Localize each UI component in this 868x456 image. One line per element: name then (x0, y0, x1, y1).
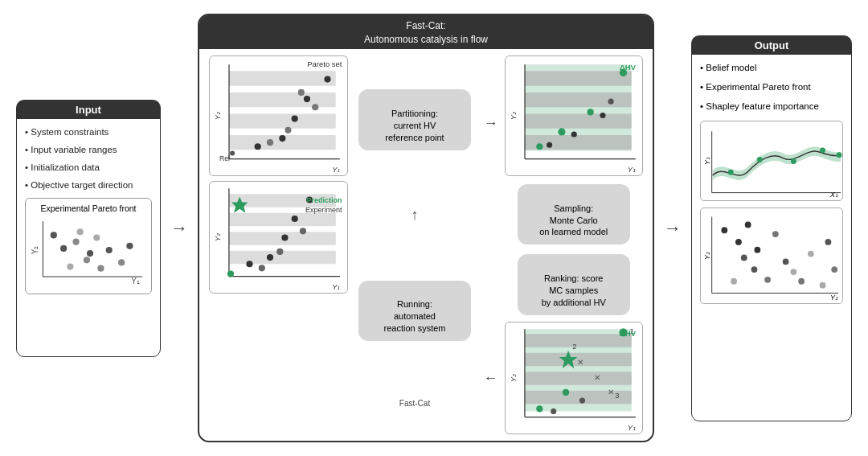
svg-point-29 (298, 89, 305, 96)
svg-text:✕: ✕ (577, 358, 583, 367)
svg-point-103 (745, 221, 751, 228)
svg-text:3: 3 (615, 392, 619, 400)
chart-tr-x: Y₁ (628, 165, 636, 174)
svg-point-96 (783, 258, 789, 265)
output-chart-belief: Y₁ X₁ (700, 121, 843, 201)
proc-ranking: Ranking: score MC samples by additional … (518, 254, 630, 314)
svg-rect-14 (229, 71, 336, 85)
flow-box: Fast-Cat: Autonomous catalysis in flow P… (198, 14, 654, 442)
output-chart2-y: Y₂ (703, 251, 711, 259)
svg-point-79 (579, 397, 584, 403)
left-charts-col: Pareto set Y₂ Y₁ Ref (209, 55, 348, 434)
output-content: • Belief model • Experimental Pareto fro… (692, 55, 851, 309)
chart-bl-experiment: Experiment (305, 206, 342, 214)
svg-rect-15 (229, 92, 336, 107)
svg-point-102 (731, 277, 737, 284)
svg-point-92 (751, 266, 758, 273)
pareto-y-axis: Y₂ (31, 245, 39, 254)
arrow-up: ↑ (411, 207, 419, 224)
svg-point-9 (77, 228, 84, 235)
svg-point-27 (285, 127, 291, 134)
output-box: Output • Belief model • Experimental Par… (691, 35, 852, 421)
proc-sampling: Sampling: Monte Carlo on learned model (518, 184, 630, 244)
svg-point-42 (276, 249, 283, 255)
svg-point-45 (227, 270, 234, 277)
input-box: Input • System constraints • Input varia… (16, 100, 161, 357)
svg-point-90 (735, 238, 742, 244)
flow-title: Fast-Cat: Autonomous catalysis in flow (199, 15, 653, 49)
output-item-1: • Belief model (700, 63, 843, 72)
svg-point-22 (279, 135, 285, 142)
svg-rect-49 (525, 113, 632, 128)
svg-point-12 (93, 234, 100, 240)
pareto-small-inner: Y₂ Y₁ (31, 215, 146, 286)
svg-point-69 (562, 388, 568, 395)
output-chart1-x: X₁ (830, 191, 838, 199)
svg-text:✕: ✕ (593, 372, 600, 381)
svg-point-8 (106, 246, 113, 253)
mid-arrows: → ← (482, 55, 500, 434)
chart-pareto-set: Pareto set Y₂ Y₁ Ref (209, 55, 348, 176)
fastcat-label: Fast-Cat (399, 399, 430, 408)
svg-point-41 (259, 265, 265, 271)
svg-point-23 (292, 115, 298, 121)
chart-prediction: Y₂ Y₁ Prediction Experiment (209, 181, 348, 294)
svg-point-25 (324, 76, 330, 82)
svg-point-94 (764, 276, 771, 282)
svg-rect-16 (229, 113, 336, 128)
svg-point-26 (267, 139, 273, 146)
svg-point-95 (772, 231, 779, 237)
chart-tr-y: Y₂ (508, 112, 517, 120)
svg-point-81 (757, 157, 763, 162)
process-col: Partitioning: current HV reference point… (353, 55, 477, 434)
svg-point-80 (728, 169, 734, 175)
svg-point-21 (255, 143, 261, 150)
svg-point-82 (791, 158, 796, 164)
right-charts-col: ΔHV Y₂ Y₁ (505, 55, 644, 434)
svg-rect-62 (524, 334, 631, 347)
svg-rect-64 (524, 372, 631, 384)
output-item-2: • Experimental Pareto front (700, 82, 843, 92)
svg-point-6 (87, 250, 93, 257)
chart-tl-x: Y₁ (332, 165, 340, 174)
svg-point-84 (837, 152, 842, 158)
svg-rect-47 (525, 71, 632, 85)
svg-point-43 (300, 228, 306, 234)
arrow-left-bottom: ← (484, 370, 498, 387)
pareto-x-axis: Y₁ (131, 277, 140, 286)
svg-point-98 (798, 277, 805, 284)
chart-tl-y: Y₂ (213, 112, 222, 120)
svg-point-24 (304, 96, 310, 102)
svg-point-54 (558, 128, 565, 135)
svg-point-7 (97, 265, 104, 271)
chart-br-y: Y₂ (508, 374, 517, 382)
belief-chart-svg (701, 121, 842, 200)
chart-bl-y: Y₂ (213, 233, 222, 241)
chart-tl-label: Pareto set (307, 60, 342, 68)
svg-point-89 (721, 227, 727, 233)
svg-point-91 (741, 254, 747, 261)
chart-br-hv: ΔHV (620, 329, 636, 338)
svg-point-37 (267, 254, 273, 261)
svg-point-93 (754, 246, 760, 253)
svg-point-39 (292, 216, 298, 222)
chart-tl-ref: Ref (219, 154, 230, 162)
chart-hv-bottom: ΔHV Y₂ Y₁ (505, 322, 644, 434)
output-item-3: • Shapley feature importance (700, 101, 843, 111)
svg-text:✕: ✕ (608, 388, 614, 396)
svg-point-3 (60, 244, 67, 251)
svg-point-97 (790, 269, 796, 275)
svg-point-101 (825, 238, 831, 244)
svg-point-4 (72, 238, 79, 244)
svg-point-99 (808, 250, 814, 257)
pareto-small-title: Experimental Pareto front (31, 203, 146, 213)
svg-point-55 (587, 109, 593, 115)
svg-point-11 (67, 263, 73, 269)
svg-point-57 (547, 142, 552, 148)
svg-rect-31 (229, 213, 336, 226)
chart-tr-svg (506, 56, 643, 175)
arrow-input-to-flow: → (169, 218, 190, 239)
svg-point-38 (281, 234, 288, 240)
chart-br-svg: ✕ ✕ ✕ 1 2 3 (506, 322, 643, 433)
pareto-output-svg (701, 208, 842, 303)
